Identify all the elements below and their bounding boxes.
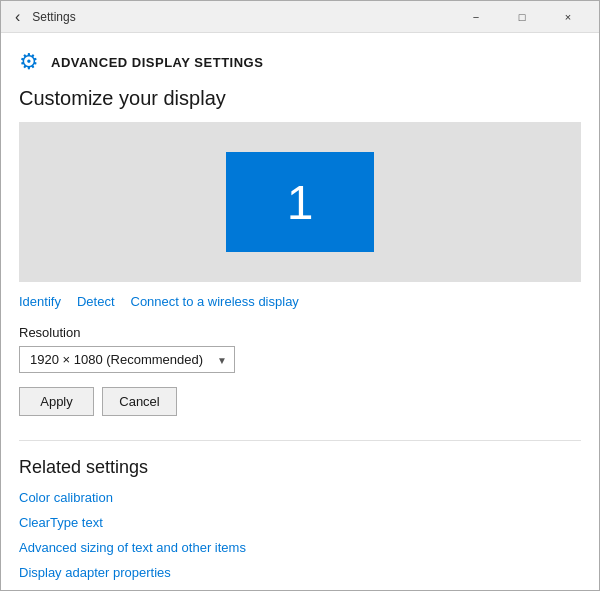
page-header: ⚙ ADVANCED DISPLAY SETTINGS [1, 33, 599, 87]
wireless-display-link[interactable]: Connect to a wireless display [131, 294, 299, 309]
window: ‹ Settings − □ × ⚙ ADVANCED DISPLAY SETT… [0, 0, 600, 591]
display-preview: 1 [19, 122, 581, 282]
minimize-button[interactable]: − [453, 1, 499, 33]
monitor-number: 1 [287, 175, 314, 230]
title-bar-controls: − □ × [453, 1, 591, 33]
button-row: Apply Cancel [19, 387, 581, 416]
customize-title: Customize your display [19, 87, 581, 110]
cleartype-text-link[interactable]: ClearType text [19, 515, 581, 530]
resolution-select[interactable]: 1920 × 1080 (Recommended) 1600 × 900 136… [19, 346, 235, 373]
color-calibration-link[interactable]: Color calibration [19, 490, 581, 505]
title-bar: ‹ Settings − □ × [1, 1, 599, 33]
close-button[interactable]: × [545, 1, 591, 33]
cancel-button[interactable]: Cancel [102, 387, 177, 416]
monitor-thumbnail: 1 [226, 152, 374, 252]
related-links: Color calibration ClearType text Advance… [19, 490, 581, 580]
title-bar-left: ‹ Settings [11, 6, 76, 28]
window-title: Settings [32, 10, 75, 24]
display-links: Identify Detect Connect to a wireless di… [19, 294, 581, 309]
detect-link[interactable]: Detect [77, 294, 115, 309]
content-area: Customize your display 1 Identify Detect… [1, 87, 599, 590]
apply-button[interactable]: Apply [19, 387, 94, 416]
advanced-sizing-link[interactable]: Advanced sizing of text and other items [19, 540, 581, 555]
related-settings-title: Related settings [19, 457, 581, 478]
maximize-button[interactable]: □ [499, 1, 545, 33]
back-button[interactable]: ‹ [11, 6, 24, 28]
resolution-select-wrapper: 1920 × 1080 (Recommended) 1600 × 900 136… [19, 346, 235, 373]
gear-icon: ⚙ [19, 49, 39, 75]
resolution-label: Resolution [19, 325, 581, 340]
display-adapter-link[interactable]: Display adapter properties [19, 565, 581, 580]
divider [19, 440, 581, 441]
identify-link[interactable]: Identify [19, 294, 61, 309]
page-title: ADVANCED DISPLAY SETTINGS [51, 55, 263, 70]
